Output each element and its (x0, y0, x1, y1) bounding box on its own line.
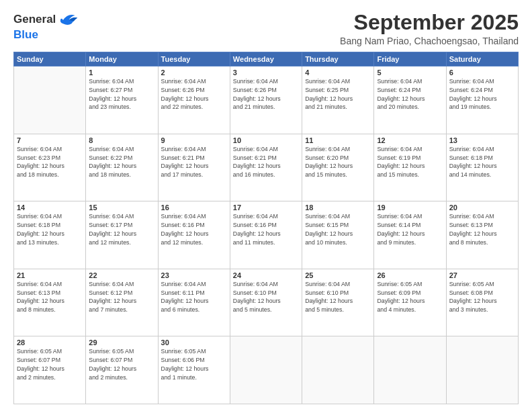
daylight-hours: Daylight: 12 hours (449, 298, 497, 304)
sunset: Sunset: 6:13 PM (17, 289, 60, 296)
calendar-cell: 26Sunrise: 6:05 AMSunset: 6:09 PMDayligh… (374, 269, 446, 336)
day-number: 27 (449, 271, 515, 279)
daylight-minutes: and 15 minutes. (377, 171, 419, 178)
sunrise: Sunrise: 6:05 AM (89, 348, 134, 355)
daylight-hours: Daylight: 12 hours (161, 163, 209, 169)
calendar-cell (230, 336, 302, 404)
daylight-hours: Daylight: 12 hours (377, 230, 425, 237)
daylight-hours: Daylight: 12 hours (233, 230, 281, 237)
calendar-cell: 7Sunrise: 6:04 AMSunset: 6:23 PMDaylight… (14, 134, 86, 201)
day-number: 28 (17, 338, 83, 347)
daylight-hours: Daylight: 12 hours (233, 95, 281, 102)
daylight-hours: Daylight: 12 hours (17, 163, 64, 169)
daylight-minutes: and 1 minute. (161, 374, 197, 381)
daylight-hours: Daylight: 12 hours (305, 230, 353, 237)
daylight-hours: Daylight: 12 hours (89, 365, 136, 372)
daylight-minutes: and 5 minutes. (233, 306, 272, 313)
sunrise: Sunrise: 6:04 AM (377, 146, 422, 152)
day-info: Sunrise: 6:05 AMSunset: 6:08 PMDaylight:… (449, 280, 515, 314)
sunset: Sunset: 6:23 PM (17, 154, 60, 161)
main-title: September 2025 (340, 11, 519, 34)
day-header-saturday: Saturday (446, 52, 518, 66)
calendar-cell: 6Sunrise: 6:04 AMSunset: 6:24 PMDaylight… (446, 66, 518, 134)
daylight-hours: Daylight: 12 hours (89, 298, 136, 304)
daylight-hours: Daylight: 12 hours (449, 95, 497, 102)
sunrise: Sunrise: 6:04 AM (305, 281, 350, 287)
daylight-minutes: and 8 minutes. (449, 239, 488, 246)
calendar-cell: 21Sunrise: 6:04 AMSunset: 6:13 PMDayligh… (14, 269, 86, 336)
sunrise: Sunrise: 6:04 AM (89, 213, 134, 220)
calendar-cell: 12Sunrise: 6:04 AMSunset: 6:19 PMDayligh… (374, 134, 446, 201)
day-info: Sunrise: 6:04 AMSunset: 6:13 PMDaylight:… (17, 280, 83, 314)
sunrise: Sunrise: 6:04 AM (89, 78, 134, 85)
day-info: Sunrise: 6:04 AMSunset: 6:13 PMDaylight:… (449, 212, 515, 246)
day-number: 18 (305, 203, 371, 212)
day-number: 19 (377, 203, 443, 212)
calendar-table: SundayMondayTuesdayWednesdayThursdayFrid… (13, 52, 519, 404)
sunrise: Sunrise: 6:04 AM (233, 78, 278, 85)
day-info: Sunrise: 6:04 AMSunset: 6:18 PMDaylight:… (449, 145, 515, 179)
daylight-minutes: and 21 minutes. (305, 103, 347, 110)
calendar-cell: 17Sunrise: 6:04 AMSunset: 6:16 PMDayligh… (230, 201, 302, 269)
sunrise: Sunrise: 6:05 AM (161, 348, 206, 355)
calendar-cell: 22Sunrise: 6:04 AMSunset: 6:12 PMDayligh… (86, 269, 158, 336)
day-number: 16 (161, 203, 227, 212)
calendar-cell: 9Sunrise: 6:04 AMSunset: 6:21 PMDaylight… (158, 134, 230, 201)
week-row-4: 21Sunrise: 6:04 AMSunset: 6:13 PMDayligh… (14, 269, 519, 336)
calendar-cell: 13Sunrise: 6:04 AMSunset: 6:18 PMDayligh… (446, 134, 518, 201)
page: General Blue September 2025 Bang Nam Pri… (0, 0, 532, 411)
daylight-hours: Daylight: 12 hours (17, 365, 64, 372)
day-info: Sunrise: 6:04 AMSunset: 6:17 PMDaylight:… (89, 212, 154, 246)
day-number: 26 (377, 271, 443, 279)
daylight-minutes: and 12 minutes. (89, 239, 131, 246)
day-number: 5 (377, 68, 443, 77)
day-info: Sunrise: 6:04 AMSunset: 6:24 PMDaylight:… (449, 77, 515, 111)
day-number: 7 (17, 136, 83, 144)
day-info: Sunrise: 6:04 AMSunset: 6:21 PMDaylight:… (161, 145, 227, 179)
day-number: 8 (89, 136, 154, 144)
sunrise: Sunrise: 6:04 AM (305, 146, 350, 152)
day-info: Sunrise: 6:04 AMSunset: 6:10 PMDaylight:… (233, 280, 299, 314)
day-header-wednesday: Wednesday (230, 52, 302, 66)
day-number: 2 (161, 68, 227, 77)
sunset: Sunset: 6:11 PM (161, 289, 205, 296)
calendar-cell: 23Sunrise: 6:04 AMSunset: 6:11 PMDayligh… (158, 269, 230, 336)
sunrise: Sunrise: 6:04 AM (17, 281, 62, 287)
calendar-cell: 28Sunrise: 6:05 AMSunset: 6:07 PMDayligh… (14, 336, 86, 404)
day-number: 6 (449, 68, 515, 77)
day-number: 22 (89, 271, 154, 279)
daylight-hours: Daylight: 12 hours (161, 95, 209, 102)
sunset: Sunset: 6:13 PM (449, 222, 493, 228)
day-info: Sunrise: 6:04 AMSunset: 6:19 PMDaylight:… (377, 145, 443, 179)
day-header-sunday: Sunday (14, 52, 86, 66)
daylight-minutes: and 19 minutes. (449, 103, 492, 110)
day-info: Sunrise: 6:04 AMSunset: 6:12 PMDaylight:… (89, 280, 154, 314)
day-info: Sunrise: 6:04 AMSunset: 6:22 PMDaylight:… (89, 145, 154, 179)
sunrise: Sunrise: 6:04 AM (161, 78, 206, 85)
daylight-hours: Daylight: 12 hours (89, 95, 136, 102)
calendar-cell: 20Sunrise: 6:04 AMSunset: 6:13 PMDayligh… (446, 201, 518, 269)
calendar-cell: 8Sunrise: 6:04 AMSunset: 6:22 PMDaylight… (86, 134, 158, 201)
calendar-cell: 30Sunrise: 6:05 AMSunset: 6:06 PMDayligh… (158, 336, 230, 404)
daylight-minutes: and 23 minutes. (89, 103, 131, 110)
daylight-minutes: and 21 minutes. (233, 103, 275, 110)
sunset: Sunset: 6:21 PM (161, 154, 205, 161)
sunset: Sunset: 6:21 PM (233, 154, 277, 161)
sunrise: Sunrise: 6:04 AM (161, 213, 206, 220)
day-info: Sunrise: 6:04 AMSunset: 6:11 PMDaylight:… (161, 280, 227, 314)
day-info: Sunrise: 6:04 AMSunset: 6:25 PMDaylight:… (305, 77, 371, 111)
sunset: Sunset: 6:22 PM (89, 154, 132, 161)
sunrise: Sunrise: 6:04 AM (161, 281, 206, 287)
day-info: Sunrise: 6:04 AMSunset: 6:26 PMDaylight:… (233, 77, 299, 111)
calendar-cell: 19Sunrise: 6:04 AMSunset: 6:14 PMDayligh… (374, 201, 446, 269)
day-info: Sunrise: 6:04 AMSunset: 6:24 PMDaylight:… (377, 77, 443, 111)
sunrise: Sunrise: 6:04 AM (233, 146, 278, 152)
week-row-3: 14Sunrise: 6:04 AMSunset: 6:18 PMDayligh… (14, 201, 519, 269)
daylight-minutes: and 4 minutes. (377, 306, 416, 313)
sunrise: Sunrise: 6:04 AM (377, 78, 422, 85)
week-row-5: 28Sunrise: 6:05 AMSunset: 6:07 PMDayligh… (14, 336, 519, 404)
daylight-minutes: and 10 minutes. (305, 239, 347, 246)
day-info: Sunrise: 6:04 AMSunset: 6:16 PMDaylight:… (161, 212, 227, 246)
week-row-1: 1Sunrise: 6:04 AMSunset: 6:27 PMDaylight… (14, 66, 519, 134)
calendar-cell (302, 336, 374, 404)
